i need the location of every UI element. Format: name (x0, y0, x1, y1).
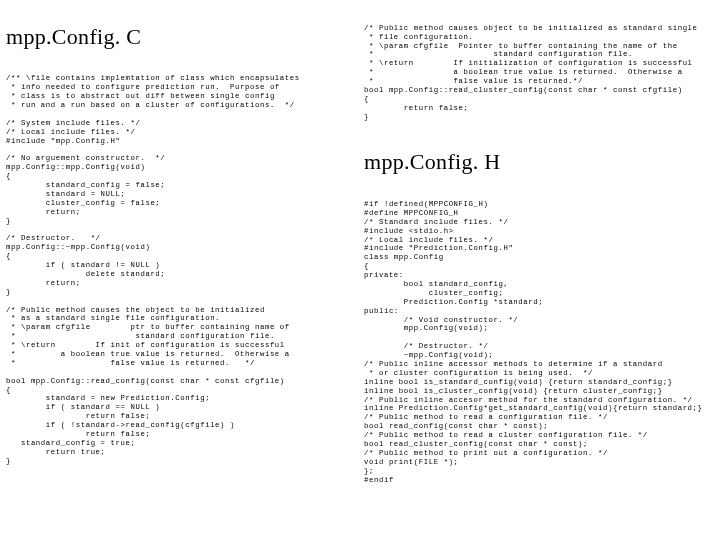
right-pre-code: /* Public method causes object to be ini… (364, 24, 714, 122)
right-code: #if !defined(MPPCONFIG_H) #define MPPCON… (364, 200, 714, 485)
left-code: /** \file contains implemtation of class… (6, 74, 356, 465)
left-title: mpp.Config. C (6, 24, 356, 51)
left-column: mpp.Config. C /** \file contains implemt… (6, 6, 356, 534)
right-title: mpp.Config. H (364, 149, 714, 176)
right-column: /* Public method causes object to be ini… (364, 6, 714, 534)
